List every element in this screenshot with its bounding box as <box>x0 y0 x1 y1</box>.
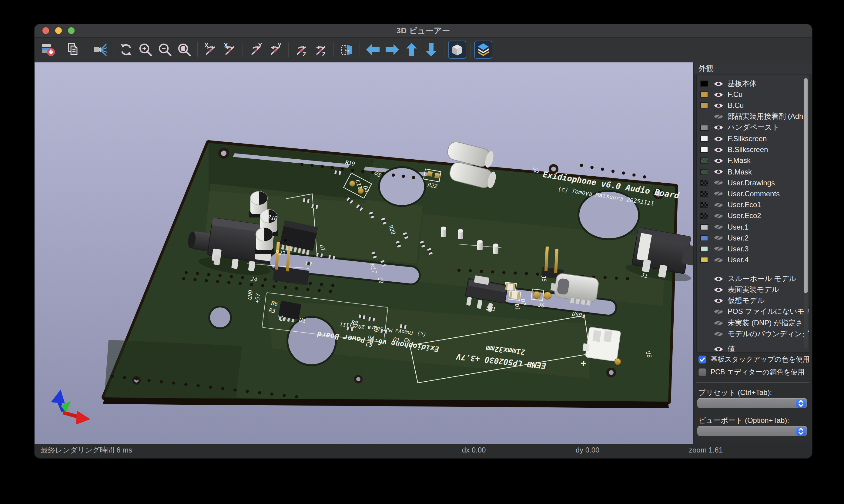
visibility-eye-icon[interactable] <box>713 135 723 142</box>
visibility-eye-off-icon[interactable] <box>713 256 723 264</box>
visibility-eye-icon[interactable] <box>713 297 723 304</box>
3d-scene[interactable]: Exidiophone v6.0 Audio Board (c) Tomoya … <box>35 62 693 444</box>
visibility-eye-off-icon[interactable] <box>713 234 723 241</box>
preset-stepper-icon[interactable] <box>796 399 806 408</box>
rotate-z-pos-button[interactable]: Z <box>312 41 330 59</box>
model-row[interactable]: 表面実装モデル <box>697 284 809 295</box>
layer-color-swatch[interactable] <box>700 158 708 164</box>
rotate-x-pos-button[interactable]: X <box>221 41 239 59</box>
rotate-x-neg-button[interactable]: X <box>201 41 220 59</box>
checkbox-row-copper[interactable]: PCB エディターの銅色を使用 <box>699 368 805 377</box>
layer-row[interactable]: User.4 <box>697 254 809 265</box>
pcb-copper-colors-checkbox[interactable] <box>699 368 706 376</box>
rotate-z-neg-button[interactable]: Z <box>292 41 310 59</box>
layer-row[interactable]: F.Cu <box>697 89 809 100</box>
visibility-eye-icon[interactable] <box>713 275 723 283</box>
layer-color-swatch[interactable] <box>700 147 708 152</box>
close-button[interactable] <box>42 27 49 34</box>
layer-color-swatch[interactable] <box>700 136 708 142</box>
layer-row[interactable]: 部品実装用接着剤 (Adh <box>697 111 809 122</box>
layer-row[interactable]: User.Eco1 <box>697 199 809 210</box>
layer-color-swatch[interactable] <box>700 191 708 197</box>
pan-up-button[interactable] <box>402 41 421 59</box>
raytracing-toggle-button[interactable] <box>91 41 109 59</box>
layer-color-swatch[interactable] <box>700 169 708 175</box>
layer-color-swatch[interactable] <box>700 202 708 208</box>
maximize-button[interactable] <box>68 27 74 34</box>
layer-row[interactable]: 基板本体 <box>697 78 809 89</box>
flip-board-button[interactable] <box>338 41 356 59</box>
zoom-in-button[interactable] <box>136 41 155 59</box>
layer-row[interactable]: User.Eco2 <box>697 211 809 221</box>
list-scrollbar[interactable] <box>804 78 808 348</box>
model-row[interactable]: 未実装 (DNP) が指定さ <box>697 318 809 328</box>
visibility-eye-icon[interactable] <box>713 124 723 131</box>
model-row[interactable]: スルーホール モデル <box>697 273 809 284</box>
model-row[interactable]: モデルのバウンディング <box>697 328 809 339</box>
layer-row[interactable]: User.1 <box>697 221 809 232</box>
rotate-y-pos-button[interactable]: Y <box>266 41 285 59</box>
visibility-eye-off-icon[interactable] <box>713 330 723 337</box>
layer-row[interactable]: User.2 <box>697 232 809 243</box>
layer-color-swatch[interactable] <box>700 125 708 131</box>
visibility-eye-icon[interactable] <box>713 80 723 87</box>
copy-image-button[interactable] <box>65 41 83 59</box>
visibility-eye-off-icon[interactable] <box>713 179 723 186</box>
visibility-eye-icon[interactable] <box>713 286 723 293</box>
orthographic-projection-button[interactable] <box>448 41 466 59</box>
pan-down-button[interactable] <box>422 41 440 59</box>
layer-color-swatch[interactable] <box>700 213 708 219</box>
stackup-colors-checkbox[interactable] <box>699 356 706 363</box>
visibility-eye-icon[interactable] <box>713 168 723 175</box>
model-row[interactable]: 仮想モデル <box>697 295 809 306</box>
reload-board-button[interactable] <box>39 41 57 59</box>
layer-row[interactable]: B.Mask <box>697 166 809 177</box>
visibility-eye-icon[interactable] <box>713 157 723 164</box>
viewport-dropdown[interactable] <box>697 426 807 436</box>
layer-color-swatch[interactable] <box>700 180 708 186</box>
rotate-y-neg-button[interactable]: Y <box>247 41 265 59</box>
appearance-panel-button[interactable] <box>474 41 492 59</box>
zoom-fit-button[interactable] <box>175 41 193 59</box>
visibility-eye-icon[interactable] <box>713 146 723 153</box>
3d-viewport[interactable]: Exidiophone v6.0 Audio Board (c) Tomoya … <box>35 62 693 444</box>
visibility-eye-off-icon[interactable] <box>713 308 723 316</box>
redraw-button[interactable] <box>117 41 135 59</box>
visibility-eye-off-icon[interactable] <box>713 212 723 220</box>
title-bar[interactable]: 3D ビューアー <box>35 24 812 38</box>
checkbox-row-stackup[interactable]: 基板スタックアップの色を使用 <box>699 355 810 364</box>
visibility-eye-off-icon[interactable] <box>713 245 723 253</box>
layer-row[interactable]: B.Silkscreen <box>697 144 809 155</box>
pan-left-button[interactable] <box>364 41 382 59</box>
minimize-button[interactable] <box>55 27 62 34</box>
layer-color-swatch[interactable] <box>700 246 708 252</box>
visibility-eye-off-icon[interactable] <box>713 319 723 326</box>
layer-color-swatch[interactable] <box>700 224 708 230</box>
layer-row[interactable]: F.Mask <box>697 156 809 166</box>
visibility-eye-icon[interactable] <box>713 91 723 98</box>
pan-right-button[interactable] <box>383 41 401 59</box>
preset-dropdown[interactable] <box>697 398 807 408</box>
visibility-eye-off-icon[interactable] <box>713 201 723 209</box>
layer-color-swatch[interactable] <box>700 235 708 241</box>
zoom-out-button[interactable] <box>156 41 174 59</box>
layer-color-swatch[interactable] <box>700 257 708 263</box>
viewport-stepper-icon[interactable] <box>796 427 806 435</box>
layer-row[interactable]: F.Silkscreen <box>697 133 809 144</box>
layer-row[interactable]: User.Drawings <box>697 177 809 188</box>
layer-row[interactable]: User.3 <box>697 244 809 254</box>
layer-color-swatch[interactable] <box>700 103 708 109</box>
visibility-eye-off-icon[interactable] <box>713 223 723 231</box>
layer-color-swatch[interactable] <box>700 80 708 87</box>
layer-row[interactable]: ハンダペースト <box>697 122 809 133</box>
scrollbar-thumb[interactable] <box>804 78 808 293</box>
visibility-eye-off-icon[interactable] <box>713 190 723 197</box>
values-row[interactable]: 値 <box>697 344 809 353</box>
model-row[interactable]: POS ファイルにないモデ <box>697 307 809 318</box>
visibility-eye-icon[interactable] <box>713 102 723 109</box>
visibility-eye-icon[interactable] <box>713 346 723 353</box>
layer-row[interactable]: User.Comments <box>697 188 809 199</box>
layer-color-swatch[interactable] <box>700 92 708 98</box>
layer-row[interactable]: B.Cu <box>697 100 809 111</box>
visibility-eye-off-icon[interactable] <box>713 113 723 120</box>
